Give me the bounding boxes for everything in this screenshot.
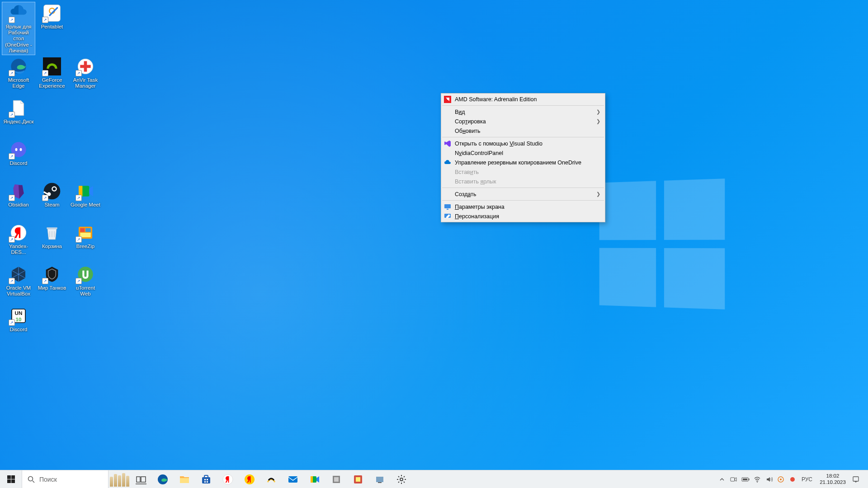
ctx-item-view[interactable]: Вид ❯ (441, 107, 605, 117)
desktop-icons-area: ↗ Ярлык для Рабочий стол (OneDrive - Лич… (0, 0, 104, 348)
shortcut-overlay-icon: ↗ (42, 278, 48, 284)
svg-rect-61 (853, 477, 859, 481)
svg-rect-51 (378, 482, 382, 483)
tray-show-hidden-icon[interactable] (717, 470, 727, 488)
taskbar-app-music[interactable] (260, 470, 282, 488)
taskbar-app-settings[interactable] (391, 470, 412, 488)
taskbar-app-explorer[interactable] (174, 470, 195, 488)
shortcut-overlay-icon: ↗ (75, 278, 82, 284)
desktop-icon-label: Yandex-DES... (3, 244, 34, 255)
amd-icon (444, 96, 451, 103)
taskbar-app-yandex-round[interactable] (239, 470, 260, 488)
visualstudio-icon (444, 140, 451, 147)
svg-point-59 (780, 479, 782, 480)
desktop-icon-wot[interactable]: ↗ Мир Танков (36, 263, 68, 304)
shortcut-overlay-icon: ↗ (75, 236, 82, 243)
svg-rect-17 (80, 228, 85, 232)
volume-icon (765, 476, 773, 483)
taskbar-app-generic1[interactable] (326, 470, 347, 488)
svg-rect-37 (202, 477, 210, 483)
ctx-item-label: Вид (455, 109, 465, 115)
ctx-item-create[interactable]: Создать ❯ (441, 189, 605, 199)
taskbar-app-store[interactable] (195, 470, 217, 488)
onedrive-icon (444, 159, 451, 166)
taskbar-app-mail[interactable] (282, 470, 304, 488)
submenu-arrow-icon: ❯ (596, 109, 600, 115)
tray-meet-icon[interactable] (729, 470, 739, 488)
svg-point-52 (400, 478, 403, 481)
desktop-icon-onedrive-shortcut[interactable]: ↗ Ярлык для Рабочий стол (OneDrive - Лич… (2, 2, 35, 55)
clock-date: 21.10.2023 (820, 479, 846, 486)
tray-wifi-icon[interactable] (752, 470, 762, 488)
start-button[interactable] (0, 470, 22, 488)
music-icon (266, 474, 277, 485)
taskbar-app-generic3[interactable] (369, 470, 391, 488)
submenu-arrow-icon: ❯ (596, 118, 600, 124)
yandex-round-icon (244, 474, 255, 485)
taskbar-people[interactable] (108, 470, 130, 488)
shortcut-overlay-icon: ↗ (42, 195, 48, 201)
shortcut-overlay-icon: ↗ (75, 70, 82, 76)
desktop-icon-yandex[interactable]: ↗ Yandex-DES... (2, 222, 35, 263)
wifi-icon (754, 476, 761, 483)
taskbar-app-generic2[interactable] (347, 470, 369, 488)
meet-icon (309, 474, 320, 485)
desktop-icon-edge[interactable]: ↗ Microsoft Edge (2, 56, 35, 96)
ctx-separator (442, 200, 604, 201)
system-tray: РУС 18:02 21.10.2023 (714, 470, 868, 488)
taskbar: Поиск (0, 470, 868, 488)
desktop-icon-virtualbox[interactable]: ↗ Oracle VM VirtualBox (2, 263, 35, 304)
svg-point-8 (15, 148, 18, 151)
desktop-icon-breezip[interactable]: ↗ BreeZip (69, 222, 102, 263)
ctx-item-refresh[interactable]: Обновить (441, 126, 605, 136)
desktop-icon-obsidian[interactable]: ↗ Obsidian (2, 180, 35, 221)
tray-action-center[interactable] (851, 470, 861, 488)
desktop-icon-recyclebin[interactable]: Корзина (36, 222, 68, 263)
tray-clock[interactable]: 18:02 21.10.2023 (816, 473, 849, 486)
svg-rect-41 (207, 481, 208, 483)
yandex-icon (222, 474, 233, 485)
desktop-icon-googlemeet[interactable]: ↗ Google Meet (69, 180, 102, 221)
ctx-separator (442, 105, 604, 106)
shortcut-overlay-icon: ↗ (75, 195, 82, 201)
svg-rect-38 (204, 479, 206, 480)
ctx-separator (442, 188, 604, 188)
desktop-icon-steam[interactable]: ↗ Steam (36, 180, 68, 221)
ctx-item-display-settings[interactable]: Параметры экрана (441, 202, 605, 211)
desktop-icon-yadisk[interactable]: ↗ Яндекс.Диск (2, 97, 35, 138)
ctx-item-open-vs[interactable]: Открыть с помощью Visual Studio (441, 139, 605, 148)
ctx-item-nvidia[interactable]: NvidiaControlPanel (441, 148, 605, 158)
desktop-icon-discord2[interactable]: UN10 ↗ Discord (2, 305, 35, 346)
taskbar-app-meet[interactable] (304, 470, 326, 488)
shortcut-overlay-icon: ↗ (9, 17, 15, 23)
tray-language[interactable]: РУС (799, 470, 815, 488)
ctx-item-label: Управление резервным копированием OneDri… (455, 160, 581, 166)
ctx-item-sort[interactable]: Сортировка ❯ (441, 117, 605, 126)
desktop-icon-geforce[interactable]: ↗ GeForce Experience (36, 56, 68, 96)
ctx-item-label: Создать (455, 191, 476, 197)
ctx-item-amd[interactable]: AMD Software: Adrenalin Edition (441, 94, 605, 104)
desktop-icon-anvir[interactable]: ↗ AnVir Task Manager (69, 56, 102, 96)
svg-point-12 (53, 188, 56, 191)
ctx-item-label: AMD Software: Adrenalin Edition (455, 96, 537, 103)
desktop-icon-label: Ярлык для Рабочий стол (OneDrive - Лична… (3, 24, 34, 54)
shortcut-overlay-icon: ↗ (42, 17, 48, 23)
taskbar-taskview[interactable] (130, 470, 152, 488)
svg-rect-26 (447, 209, 448, 210)
taskbar-app-yandex[interactable] (217, 470, 239, 488)
ctx-item-personalize[interactable]: Персонализация (441, 211, 605, 221)
svg-rect-31 (11, 479, 15, 483)
desktop-icon-pentablet[interactable]: ↗ Pentablet (36, 2, 68, 55)
tray-volume-icon[interactable] (764, 470, 774, 488)
desktop-wallpaper[interactable] (0, 0, 868, 488)
desktop-icon-utorrent[interactable]: ↗ uTorrent Web (69, 263, 102, 304)
taskbar-search[interactable]: Поиск (22, 470, 108, 488)
ctx-item-onedrive-backup[interactable]: Управление резервным копированием OneDri… (441, 158, 605, 167)
taskbar-app-edge[interactable] (152, 470, 174, 488)
tray-status-icon[interactable] (788, 470, 797, 488)
tray-windows-update-icon[interactable] (776, 470, 786, 488)
tray-battery-icon[interactable] (741, 470, 750, 488)
desktop-icon-label: GeForce Experience (37, 77, 67, 89)
people-icon (108, 472, 130, 487)
desktop-icon-discord[interactable]: ↗ Discord (2, 139, 35, 179)
